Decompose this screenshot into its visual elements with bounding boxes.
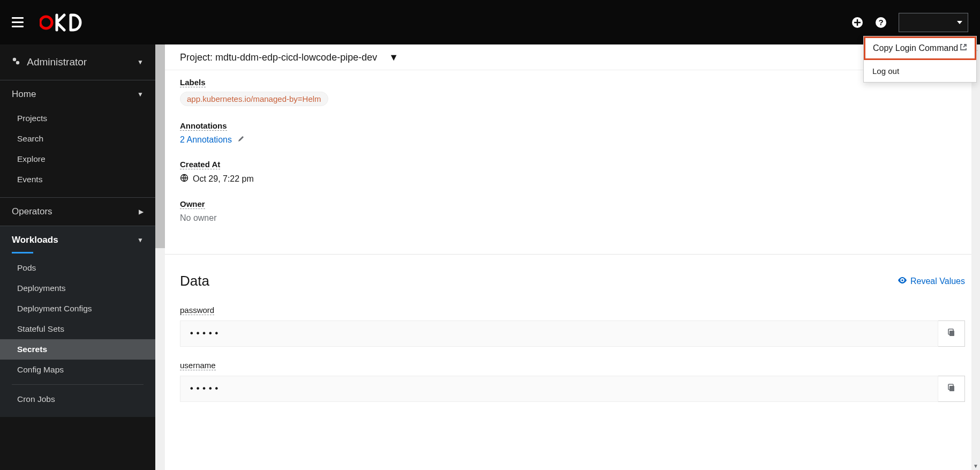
nav-home-label: Home: [12, 89, 36, 100]
scrollbar-thumb[interactable]: [155, 44, 165, 248]
copy-username-button[interactable]: [938, 376, 965, 402]
sidebar: Administrator ▼ Home ▼ Projects Search E…: [0, 44, 155, 470]
add-icon[interactable]: [851, 17, 863, 28]
eye-icon: [898, 275, 907, 287]
caret-down-icon: [957, 21, 962, 24]
created-at-heading: Created At: [180, 160, 220, 169]
project-prefix: Project:: [180, 52, 213, 63]
reveal-values-button[interactable]: Reveal Values: [898, 275, 965, 287]
sidebar-item-secrets[interactable]: Secrets: [0, 339, 155, 360]
sidebar-item-events[interactable]: Events: [0, 169, 155, 190]
reveal-label: Reveal Values: [910, 277, 965, 286]
scroll-down-arrow-icon[interactable]: ▼: [971, 461, 980, 470]
owner-value: No owner: [180, 213, 965, 223]
sidebar-scrollbar[interactable]: [155, 44, 165, 470]
chevron-down-icon: ▼: [137, 58, 144, 66]
data-heading: Data: [180, 273, 209, 289]
svg-point-4: [13, 58, 16, 61]
chevron-right-icon: ▶: [139, 208, 144, 215]
main-content: Project: mdtu-ddm-edp-cicd-lowcode-pipe-…: [165, 44, 980, 470]
annotations-heading: Annotations: [180, 121, 227, 131]
main-scrollbar[interactable]: ▲ ▼: [971, 44, 980, 470]
logout-label: Log out: [872, 66, 899, 76]
sidebar-item-deployment-configs[interactable]: Deployment Configs: [0, 299, 155, 319]
password-value: •••••: [180, 320, 938, 347]
user-dropdown-menu: Copy Login Command Log out: [863, 36, 977, 83]
project-selector[interactable]: Project: mdtu-ddm-edp-cicd-lowcode-pipe-…: [165, 44, 980, 70]
sidebar-item-deployments[interactable]: Deployments: [0, 278, 155, 299]
copy-icon: [947, 329, 956, 339]
sidebar-item-config-maps[interactable]: Config Maps: [0, 360, 155, 380]
data-section: Data Reveal Values password ••••• userna…: [165, 255, 980, 437]
caret-down-icon: ▼: [389, 52, 398, 63]
user-dropdown-toggle[interactable]: [899, 13, 968, 32]
chevron-down-icon: ▼: [137, 91, 144, 98]
sidebar-item-search[interactable]: Search: [0, 129, 155, 149]
created-at-value: Oct 29, 7:22 pm: [193, 174, 254, 184]
logout-item[interactable]: Log out: [864, 60, 976, 82]
copy-password-button[interactable]: [938, 320, 965, 347]
divider: [12, 384, 144, 385]
label-chip[interactable]: app.kubernetes.io/managed-by=Helm: [180, 92, 328, 106]
svg-point-0: [40, 17, 52, 28]
sidebar-item-cron-jobs[interactable]: Cron Jobs: [0, 389, 155, 409]
active-section-indicator: [12, 252, 33, 253]
annotations-link[interactable]: 2 Annotations: [180, 135, 232, 144]
username-value: •••••: [180, 376, 938, 402]
details-section: Labels app.kubernetes.io/managed-by=Helm…: [165, 70, 980, 254]
sidebar-item-pods[interactable]: Pods: [0, 258, 155, 278]
help-icon[interactable]: ?: [875, 17, 887, 28]
perspective-label: Administrator: [27, 56, 87, 68]
labels-heading: Labels: [180, 78, 206, 87]
okd-logo[interactable]: [40, 13, 82, 32]
pencil-icon[interactable]: [237, 135, 245, 144]
nav-operators-toggle[interactable]: Operators ▶: [0, 198, 155, 226]
project-name: mdtu-ddm-edp-cicd-lowcode-pipe-dev: [215, 52, 377, 63]
topbar: ?: [0, 0, 980, 44]
perspective-switcher[interactable]: Administrator ▼: [0, 44, 155, 80]
external-link-icon: [960, 43, 967, 53]
copy-login-command-item[interactable]: Copy Login Command: [864, 36, 976, 60]
owner-heading: Owner: [180, 199, 205, 209]
copy-icon: [947, 384, 956, 394]
nav-operators-label: Operators: [12, 206, 52, 217]
chevron-down-icon: ▼: [137, 236, 144, 244]
nav-workloads-label: Workloads: [12, 235, 58, 245]
username-label: username: [180, 361, 216, 370]
sidebar-item-projects[interactable]: Projects: [0, 108, 155, 129]
globe-icon: [180, 174, 189, 184]
gear-icon: [12, 57, 20, 65]
sidebar-item-stateful-sets[interactable]: Stateful Sets: [0, 319, 155, 339]
nav-home-toggle[interactable]: Home ▼: [0, 80, 155, 108]
svg-point-5: [16, 61, 19, 64]
sidebar-item-explore[interactable]: Explore: [0, 149, 155, 169]
password-label: password: [180, 305, 214, 315]
hamburger-menu-button[interactable]: [12, 17, 24, 27]
svg-point-7: [901, 279, 903, 281]
copy-login-label: Copy Login Command: [873, 43, 958, 53]
svg-text:?: ?: [878, 18, 883, 27]
nav-workloads-toggle[interactable]: Workloads ▼: [0, 226, 155, 254]
